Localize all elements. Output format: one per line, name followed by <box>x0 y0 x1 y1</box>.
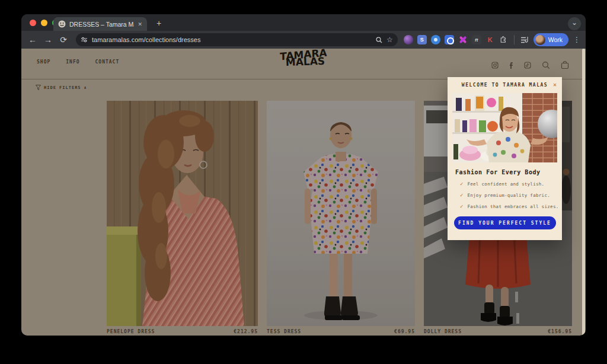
site-settings-icon[interactable] <box>81 36 88 43</box>
webpage: SHOP INFO CONTACT TAMARA MALAS <box>21 49 586 336</box>
desktop-background: DRESSES – Tamara Malas ✕ + ⌄ ← → ⟳ tamar… <box>0 0 607 364</box>
product-meta: PENELOPE DRESS €212.95 <box>107 329 258 336</box>
extensions-row: S ft K Work <box>404 33 581 46</box>
extension-icon-purple[interactable] <box>404 35 413 44</box>
product-name[interactable]: TESS DRESS <box>267 329 301 334</box>
minimize-window-button[interactable] <box>41 20 47 26</box>
product-price: €212.95 <box>234 329 258 334</box>
popup-bullet: ✓ Enjoy premium-quality fabric. <box>460 192 562 198</box>
extension-icon-blue-dot[interactable] <box>431 35 440 44</box>
tab-favicon <box>58 20 66 28</box>
tab-strip: DRESSES – Tamara Malas ✕ + ⌄ <box>21 14 586 31</box>
profile-avatar <box>535 35 545 45</box>
url-text[interactable]: tamaramalas.com/collections/dresses <box>92 36 372 43</box>
instagram-icon[interactable] <box>491 62 499 69</box>
product-photo-penelope[interactable] <box>107 101 258 326</box>
product-card-penelope[interactable]: PENELOPE DRESS €212.95 <box>107 101 258 336</box>
back-button[interactable]: ← <box>26 35 39 44</box>
extension-icon-pink-x[interactable] <box>458 35 468 44</box>
zoom-page-icon[interactable] <box>376 37 382 43</box>
tiktok-icon[interactable] <box>524 62 531 69</box>
welcome-popup: WELCOME TO TAMARA MALAS ✕ <box>448 77 562 240</box>
reload-button[interactable]: ⟳ <box>57 35 70 44</box>
bullet-text: Fashion that embraces all sizes. <box>467 204 558 209</box>
popup-heading: Fashion For Every Body <box>455 169 562 175</box>
product-name[interactable]: DOLLY DRESS <box>424 329 462 334</box>
browser-window: DRESSES – Tamara Malas ✕ + ⌄ ← → ⟳ tamar… <box>21 14 586 336</box>
caret-up-icon: ∧ <box>84 85 87 90</box>
product-price: €69.95 <box>394 329 415 334</box>
popup-title: WELCOME TO TAMARA MALAS <box>448 82 562 88</box>
browser-menu-icon[interactable]: ⋮ <box>573 36 581 44</box>
extension-icon-s[interactable]: S <box>417 35 427 44</box>
filter-funnel-icon <box>36 85 41 90</box>
extension-icon-k[interactable]: K <box>485 35 495 44</box>
new-tab-button[interactable]: + <box>153 18 165 30</box>
popup-bullet: ✓ Fashion that embraces all sizes. <box>460 203 562 209</box>
bullet-text: Enjoy premium-quality fabric. <box>467 193 550 198</box>
popup-photo <box>452 93 557 162</box>
extension-icon-ft[interactable]: ft <box>472 35 481 44</box>
tab-title: DRESSES – Tamara Malas <box>69 21 134 28</box>
tab-overview-button[interactable]: ⌄ <box>568 17 581 30</box>
browser-tab[interactable]: DRESSES – Tamara Malas ✕ <box>53 17 147 31</box>
side-panel-icon[interactable] <box>520 36 529 44</box>
bookmark-star-icon[interactable]: ☆ <box>386 36 393 44</box>
profile-chip[interactable]: Work <box>533 33 568 46</box>
popup-close-icon[interactable]: ✕ <box>553 81 557 88</box>
product-price: €156.95 <box>548 329 572 334</box>
extensions-puzzle-icon[interactable] <box>499 36 508 44</box>
close-window-button[interactable] <box>30 20 36 26</box>
product-photo-tess[interactable] <box>267 101 415 326</box>
popup-bullet: ✓ Feel confident and stylish. <box>460 181 562 187</box>
product-meta: DOLLY DRESS €156.95 <box>424 329 572 336</box>
bullet-text: Feel confident and stylish. <box>467 181 544 187</box>
toolbar-separator <box>514 35 515 44</box>
hide-filters-label: HIDE FILTERS <box>44 85 81 90</box>
tab-close-icon[interactable]: ✕ <box>138 21 142 27</box>
check-icon: ✓ <box>460 181 463 187</box>
product-meta: TESS DRESS €69.95 <box>267 329 415 336</box>
header-icons <box>491 60 569 69</box>
check-icon: ✓ <box>460 203 463 209</box>
extension-icon-gear[interactable] <box>445 35 454 44</box>
hide-filters-button[interactable]: HIDE FILTERS ∧ <box>36 85 87 90</box>
product-name[interactable]: PENELOPE DRESS <box>107 329 155 334</box>
address-bar[interactable]: tamaramalas.com/collections/dresses ☆ <box>76 33 398 46</box>
facebook-icon[interactable] <box>509 62 513 69</box>
page-scrollbar[interactable] <box>582 49 585 336</box>
search-icon[interactable] <box>542 61 550 69</box>
check-icon: ✓ <box>460 192 463 198</box>
forward-button[interactable]: → <box>41 35 55 44</box>
cart-bag-icon[interactable] <box>561 60 569 69</box>
browser-toolbar: ← → ⟳ tamaramalas.com/collections/dresse… <box>21 31 586 49</box>
product-card-tess[interactable]: TESS DRESS €69.95 <box>267 101 415 336</box>
popup-cta-button[interactable]: FIND YOUR PERFECT STYLE <box>454 216 556 229</box>
profile-name: Work <box>548 36 563 43</box>
